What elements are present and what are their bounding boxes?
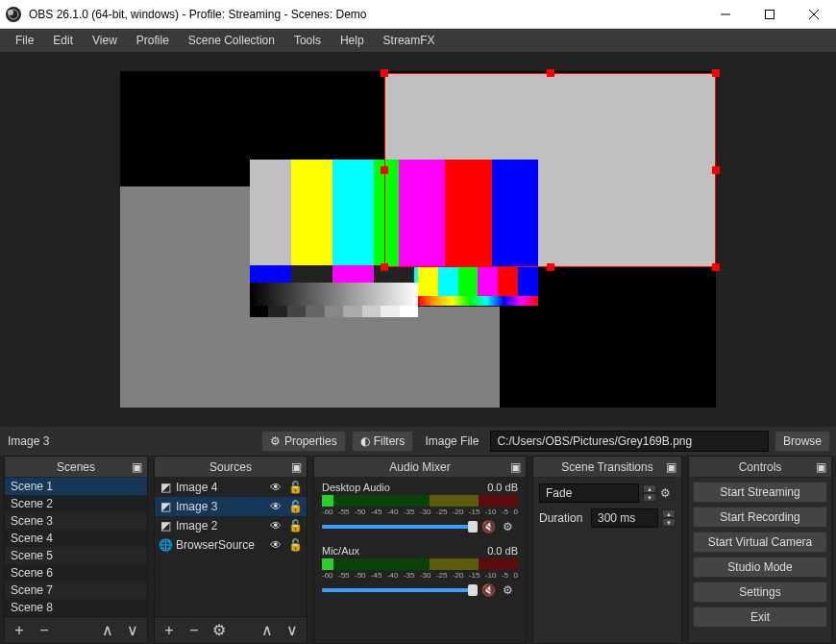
popout-icon[interactable]: ▣: [814, 460, 827, 474]
scenes-footer: + − ∧ ∨: [5, 616, 147, 643]
popout-icon[interactable]: ▣: [289, 460, 303, 474]
transitions-body: Fade ▲▼ ⚙ Duration 300 ms ▲▼: [533, 478, 681, 533]
scenes-list[interactable]: Scene 1 Scene 2 Scene 3 Scene 4 Scene 5 …: [5, 478, 147, 616]
mixer-body: Desktop Audio0.0 dB -60-55-50-45-40-35-3…: [314, 478, 526, 643]
menu-tools[interactable]: Tools: [284, 29, 331, 52]
mute-button[interactable]: 🔇: [481, 520, 499, 533]
scene-up-button[interactable]: ∧: [99, 622, 116, 639]
duration-input[interactable]: 300 ms: [591, 508, 658, 528]
lock-toggle[interactable]: 🔓: [287, 537, 303, 553]
visibility-toggle[interactable]: 👁: [268, 499, 283, 514]
controls-header[interactable]: Controls▣: [689, 457, 831, 478]
app-icon: [0, 1, 27, 28]
source-down-button[interactable]: ∨: [283, 622, 301, 639]
sources-header[interactable]: Sources▣: [155, 457, 307, 478]
transition-select[interactable]: Fade: [539, 483, 639, 503]
preview-area[interactable]: [0, 52, 836, 427]
handle-bl[interactable]: [381, 263, 388, 271]
add-scene-button[interactable]: +: [11, 622, 28, 639]
duration-label: Duration: [539, 511, 587, 525]
transitions-header[interactable]: Scene Transitions▣: [533, 457, 681, 478]
handle-bc[interactable]: [547, 263, 554, 271]
menu-edit[interactable]: Edit: [43, 29, 83, 52]
start-streaming-button[interactable]: Start Streaming: [693, 482, 827, 503]
browse-button[interactable]: Browse: [775, 431, 830, 452]
image-icon: ◩: [159, 519, 172, 533]
preview-canvas[interactable]: [120, 71, 716, 408]
scene-item[interactable]: Scene 1: [5, 478, 147, 495]
channel-settings-button[interactable]: ⚙: [503, 520, 518, 533]
volume-slider[interactable]: [322, 525, 478, 529]
studio-mode-button[interactable]: Studio Mode: [693, 557, 827, 578]
channel-settings-button[interactable]: ⚙: [503, 583, 518, 597]
maximize-button[interactable]: [748, 0, 792, 29]
popout-icon[interactable]: ▣: [130, 460, 143, 474]
visibility-toggle[interactable]: 👁: [268, 518, 283, 533]
menu-streamfx[interactable]: StreamFX: [374, 29, 445, 52]
source-item[interactable]: ◩ Image 2 👁 🔓: [155, 516, 307, 535]
volume-slider[interactable]: [322, 588, 478, 592]
lock-toggle[interactable]: 🔓: [287, 518, 303, 533]
menu-scene-collection[interactable]: Scene Collection: [179, 29, 284, 52]
mixer-header[interactable]: Audio Mixer▣: [314, 457, 526, 478]
scene-item[interactable]: Scene 6: [5, 564, 147, 582]
source-item[interactable]: ◩ Image 4 👁 🔓: [155, 478, 307, 497]
lock-toggle[interactable]: 🔓: [287, 480, 303, 495]
scene-item[interactable]: Scene 4: [5, 530, 147, 547]
lock-toggle[interactable]: 🔓: [287, 499, 303, 514]
source-item[interactable]: ◩ Image 3 👁 🔓: [155, 497, 307, 516]
source-props-button[interactable]: ⚙: [210, 622, 228, 639]
menu-file[interactable]: File: [6, 29, 43, 52]
menu-profile[interactable]: Profile: [127, 29, 179, 52]
scene-item[interactable]: Scene 2: [5, 495, 147, 512]
handle-tl[interactable]: [381, 69, 388, 77]
visibility-toggle[interactable]: 👁: [268, 537, 283, 553]
handle-mr[interactable]: [712, 166, 720, 174]
handle-ml[interactable]: [381, 166, 388, 174]
channel-db: 0.0 dB: [487, 545, 518, 557]
source-item[interactable]: 🌐 BrowserSource 👁 🔓: [155, 535, 307, 555]
window-title: OBS 26.1.0 (64-bit, windows) - Profile: …: [27, 8, 703, 21]
handle-tr[interactable]: [712, 69, 720, 77]
exit-button[interactable]: Exit: [693, 607, 827, 628]
filters-button[interactable]: ◐Filters: [352, 431, 414, 452]
visibility-toggle[interactable]: 👁: [268, 480, 283, 495]
scene-item[interactable]: Scene 3: [5, 512, 147, 530]
svg-rect-4: [766, 10, 775, 18]
duration-spinner[interactable]: ▲▼: [662, 509, 676, 527]
svg-point-0: [6, 7, 21, 22]
scene-item[interactable]: Scene 5: [5, 547, 147, 564]
mute-button[interactable]: 🔇: [481, 583, 499, 597]
close-button[interactable]: [792, 0, 836, 29]
scene-down-button[interactable]: ∨: [124, 622, 141, 639]
properties-button[interactable]: ⚙Properties: [261, 431, 346, 452]
start-virtual-camera-button[interactable]: Start Virtual Camera: [693, 532, 827, 553]
channel-name: Desktop Audio: [322, 482, 390, 493]
start-recording-button[interactable]: Start Recording: [693, 507, 827, 528]
meter-ticks: -60-55-50-45-40-35-30-25-20-15-10-50: [322, 508, 518, 516]
scenes-panel: Scenes▣ Scene 1 Scene 2 Scene 3 Scene 4 …: [4, 456, 148, 644]
popout-icon[interactable]: ▣: [508, 460, 522, 474]
menu-help[interactable]: Help: [331, 29, 374, 52]
remove-source-button[interactable]: −: [185, 622, 203, 639]
scene-item[interactable]: Scene 7: [5, 582, 147, 599]
add-source-button[interactable]: +: [160, 622, 178, 639]
transitions-panel: Scene Transitions▣ Fade ▲▼ ⚙ Duration 30…: [532, 456, 682, 644]
minimize-button[interactable]: [703, 0, 748, 29]
handle-br[interactable]: [712, 263, 720, 271]
sources-footer: + − ⚙ ∧ ∨: [155, 616, 307, 643]
scenes-header[interactable]: Scenes▣: [5, 457, 147, 478]
transition-spinner[interactable]: ▲▼: [643, 484, 656, 502]
settings-button[interactable]: Settings: [693, 582, 827, 603]
channel-db: 0.0 dB: [487, 482, 518, 493]
sources-list[interactable]: ◩ Image 4 👁 🔓 ◩ Image 3 👁 🔓 ◩ Image 2 👁 …: [155, 478, 307, 616]
remove-scene-button[interactable]: −: [36, 622, 53, 639]
scene-item[interactable]: Scene 8: [5, 599, 147, 616]
handle-tc[interactable]: [547, 69, 554, 77]
image-file-input[interactable]: [490, 431, 769, 452]
selected-source-name: Image 3: [6, 434, 256, 448]
transition-settings-button[interactable]: ⚙: [660, 486, 676, 500]
source-up-button[interactable]: ∧: [258, 622, 276, 639]
popout-icon[interactable]: ▣: [664, 460, 677, 474]
menu-view[interactable]: View: [83, 29, 127, 52]
